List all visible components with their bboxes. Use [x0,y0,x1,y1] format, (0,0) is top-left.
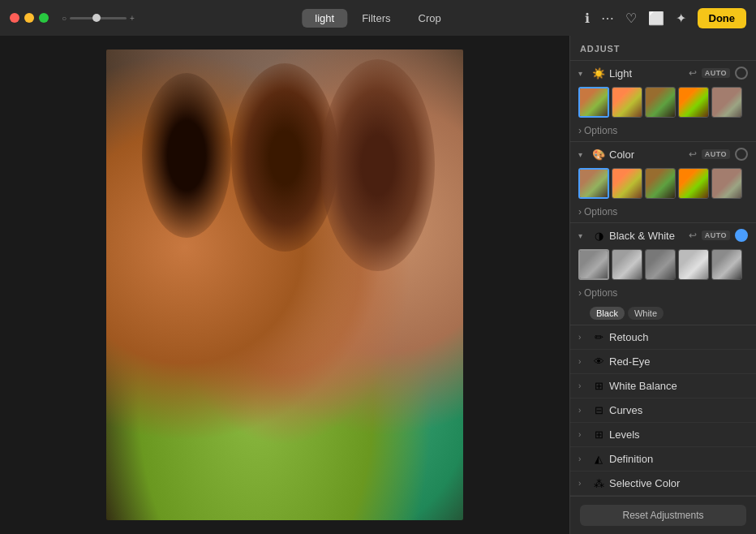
list-item-levels[interactable]: › ⊞ Levels [570,423,756,447]
traffic-lights [10,13,49,23]
section-color-header[interactable]: ▾ 🎨 Color ↩ AUTO [570,142,756,166]
toggle-bw-button[interactable] [735,229,748,242]
definition-icon: ◭ [591,453,606,465]
thumb-color-5[interactable] [711,168,742,199]
thumb-light-1[interactable] [578,87,609,118]
brightness-high-icon: + [130,14,135,23]
panel-title: ADJUST [570,36,756,61]
thumb-light-5[interactable] [711,87,742,118]
tabs-bar: light Filters Crop [302,9,453,28]
chevron-right-icon: › [578,333,588,342]
curves-label: Curves [609,404,642,416]
thumb-light-3[interactable] [645,87,676,118]
toggle-color-button[interactable] [735,148,748,161]
brightness-low-icon: ○ [62,14,67,23]
thumb-color-1[interactable] [578,168,609,199]
section-light-label: Light [609,67,685,80]
thumb-bw-4[interactable] [678,249,709,280]
reset-bw-icon[interactable]: ↩ [689,230,697,241]
done-button[interactable]: Done [698,8,747,28]
photo-layer-hair-right [320,59,435,271]
tab-crop[interactable]: Crop [406,9,454,28]
auto-bw-badge[interactable]: AUTO [702,230,730,240]
bw-icon: ◑ [591,230,606,242]
toggle-light-button[interactable] [735,67,748,80]
reset-adjustments-button[interactable]: Reset Adjustments [580,505,746,526]
chevron-down-icon: ▾ [578,150,588,159]
section-bw-label: Black & White [609,230,685,242]
reset-area: Reset Adjustments [570,496,756,534]
list-item-selective-color[interactable]: › ⁂ Selective Color [570,472,756,496]
panel-scroll-area[interactable]: ▾ ☀️ Light ↩ AUTO [570,61,756,496]
chevron-right-icon: › [578,206,582,217]
light-icon: ☀️ [591,67,606,80]
bw-options-expanded: Black White [570,304,756,325]
light-options-text: Options [584,125,617,136]
thumb-light-4[interactable] [678,87,709,118]
section-bw-header[interactable]: ▾ ◑ Black & White ↩ AUTO [570,223,756,248]
thumb-color-2[interactable] [612,168,642,199]
color-thumbnails [570,166,756,204]
chevron-right-icon: › [578,381,588,390]
minimize-button[interactable] [24,13,34,23]
close-button[interactable] [10,13,19,23]
adjust-panel: ADJUST ▾ ☀️ Light ↩ AUTO [569,36,756,534]
red-eye-icon: 👁 [591,355,606,368]
section-color: ▾ 🎨 Color ↩ AUTO [570,142,756,223]
opt-black[interactable]: Black [590,307,625,320]
chevron-right-icon: › [578,479,588,488]
list-item-red-eye[interactable]: › 👁 Red-Eye [570,350,756,374]
tab-filters[interactable]: Filters [349,9,403,28]
color-icon: 🎨 [591,149,606,161]
white-balance-label: White Balance [609,380,677,392]
section-color-label: Color [609,149,685,161]
section-color-controls: ↩ AUTO [689,148,748,161]
bw-options-row[interactable]: › Options [570,285,756,304]
section-light: ▾ ☀️ Light ↩ AUTO [570,61,756,142]
auto-color-badge[interactable]: AUTO [702,149,730,159]
light-options-row[interactable]: › Options [570,123,756,141]
reset-light-icon[interactable]: ↩ [689,67,697,79]
thumb-color-4[interactable] [678,168,709,199]
more-icon[interactable]: ⋯ [601,11,614,26]
maximize-button[interactable] [39,13,49,23]
thumb-bw-3[interactable] [645,249,676,280]
white-balance-icon: ⊞ [591,380,606,392]
thumb-color-3[interactable] [645,168,676,199]
thumb-light-2[interactable] [612,87,642,118]
tab-adjust[interactable]: light [302,9,347,28]
bw-thumbnails [570,248,756,285]
section-light-header[interactable]: ▾ ☀️ Light ↩ AUTO [570,61,756,85]
magic-icon[interactable]: ✦ [676,11,686,26]
brightness-slider[interactable] [70,17,127,19]
section-bw-controls: ↩ AUTO [689,229,748,242]
thumb-bw-2[interactable] [612,249,642,280]
section-bw: ▾ ◑ Black & White ↩ AUTO [570,223,756,325]
selective-color-label: Selective Color [609,477,680,489]
opt-white[interactable]: White [628,307,664,320]
bw-options-content: Black White [590,307,748,320]
color-options-row[interactable]: › Options [570,204,756,222]
list-item-definition[interactable]: › ◭ Definition [570,447,756,472]
chevron-right-icon: › [578,454,588,463]
info-icon[interactable]: ℹ [585,11,590,26]
list-item-curves[interactable]: › ⊟ Curves [570,398,756,423]
chevron-right-icon: › [578,357,588,366]
color-options-label: › Options [578,206,748,217]
section-light-controls: ↩ AUTO [689,67,748,80]
light-thumb-row [578,87,748,118]
list-item-retouch[interactable]: › ✏ Retouch [570,325,756,350]
thumb-bw-5[interactable] [711,249,742,280]
thumb-bw-1[interactable] [578,249,609,280]
heart-icon[interactable]: ♡ [625,11,637,26]
reset-color-icon[interactable]: ↩ [689,149,697,160]
chevron-down-icon: ▾ [578,231,588,240]
crop-icon[interactable]: ⬜ [648,11,664,26]
chevron-down-icon: ▾ [578,69,588,78]
list-item-white-balance[interactable]: › ⊞ White Balance [570,374,756,398]
curves-icon: ⊟ [591,404,606,416]
retouch-label: Retouch [609,331,648,343]
color-thumb-row [578,168,748,199]
photo-area [0,36,569,534]
auto-light-badge[interactable]: AUTO [702,68,730,78]
